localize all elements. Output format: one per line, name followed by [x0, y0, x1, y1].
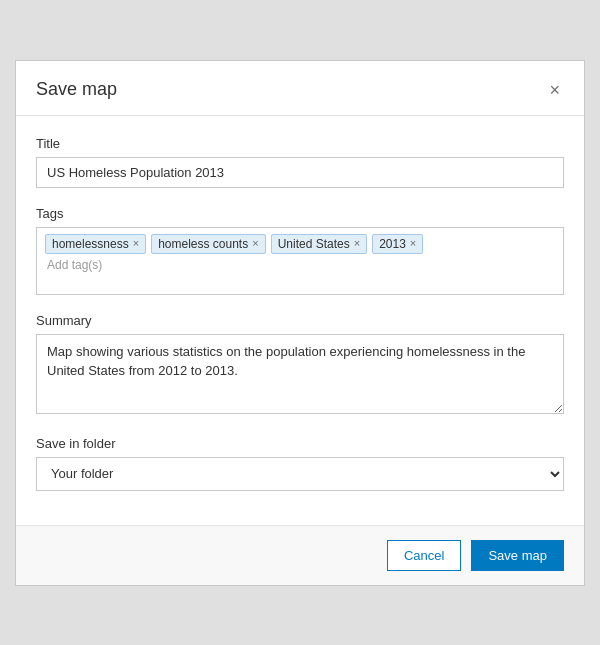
folder-select[interactable]: Your folder	[36, 457, 564, 491]
tag-2013-label: 2013	[379, 237, 406, 251]
dialog-header: Save map ×	[16, 61, 584, 116]
tag-2013: 2013 ×	[372, 234, 423, 254]
tag-homeless-counts-remove[interactable]: ×	[252, 238, 258, 249]
tag-united-states-remove[interactable]: ×	[354, 238, 360, 249]
tags-row: homelessness × homeless counts × United …	[45, 234, 555, 254]
cancel-button[interactable]: Cancel	[387, 540, 461, 571]
save-map-button[interactable]: Save map	[471, 540, 564, 571]
tag-2013-remove[interactable]: ×	[410, 238, 416, 249]
tags-field-group: Tags homelessness × homeless counts × Un…	[36, 206, 564, 295]
tags-container[interactable]: homelessness × homeless counts × United …	[36, 227, 564, 295]
summary-label: Summary	[36, 313, 564, 328]
dialog-footer: Cancel Save map	[16, 525, 584, 585]
tag-homeless-counts: homeless counts ×	[151, 234, 265, 254]
tags-label: Tags	[36, 206, 564, 221]
summary-field-group: Summary Map showing various statistics o…	[36, 313, 564, 418]
title-field-group: Title	[36, 136, 564, 188]
close-button[interactable]: ×	[545, 79, 564, 101]
tag-homelessness-remove[interactable]: ×	[133, 238, 139, 249]
folder-label: Save in folder	[36, 436, 564, 451]
dialog-body: Title Tags homelessness × homeless count…	[16, 116, 584, 525]
tag-homeless-counts-label: homeless counts	[158, 237, 248, 251]
dialog-title: Save map	[36, 79, 117, 100]
tag-united-states-label: United States	[278, 237, 350, 251]
folder-field-group: Save in folder Your folder	[36, 436, 564, 491]
add-tag-placeholder[interactable]: Add tag(s)	[45, 254, 555, 276]
tag-homelessness: homelessness ×	[45, 234, 146, 254]
save-map-dialog: Save map × Title Tags homelessness × hom…	[15, 60, 585, 586]
tag-united-states: United States ×	[271, 234, 367, 254]
title-label: Title	[36, 136, 564, 151]
title-input[interactable]	[36, 157, 564, 188]
summary-textarea[interactable]: Map showing various statistics on the po…	[36, 334, 564, 414]
tag-homelessness-label: homelessness	[52, 237, 129, 251]
